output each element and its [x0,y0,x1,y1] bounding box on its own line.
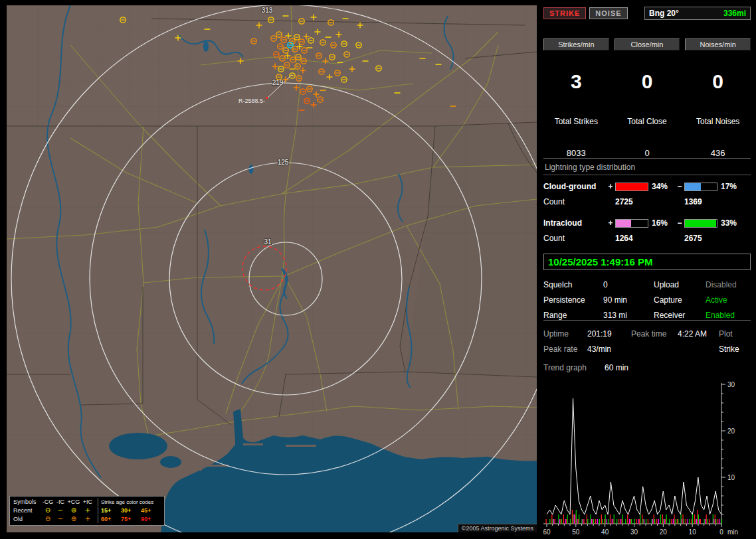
close-per-min-value: 0 [614,72,680,92]
legend-symbols-header: Symbols [13,499,41,505]
cg-plus-bar [615,183,648,191]
svg-text:50: 50 [572,528,580,536]
legend-col-pos-ic: +IC [81,499,94,505]
range-label: Range [543,311,603,320]
intracloud-row: Intracloud + 16% − 33% [543,218,751,228]
stats-grid: Uptime 201:19 Peak time 4:22 AM Plot Pea… [543,329,751,354]
svg-text:R-2588.5-: R-2588.5- [238,98,265,104]
svg-text:0: 0 [719,528,723,536]
age-30: 30+ [121,507,141,514]
svg-text:min: min [727,528,738,536]
legend-divider [98,498,98,506]
noise-toggle-button[interactable]: NOISE [589,7,627,19]
recent-pos-cg-icon: ⊕ [66,507,81,514]
ic-minus-bar [684,219,717,228]
legend-age-header: Strike age color codes [101,499,161,505]
old-neg-cg-icon: ⊖ [41,516,54,522]
top-toolbar: STRIKE NOISE Bng 20° 336mi [543,7,751,20]
legend-divider [98,515,98,523]
old-pos-ic-icon: + [81,516,94,522]
trend-graph-label: Trend graph [543,363,605,372]
old-neg-ic-icon: − [54,516,66,522]
persistence-value: 90 min [603,295,654,305]
count-label: Count [543,197,606,206]
age-60: 60+ [101,516,121,522]
ic-minus-count: 2675 [684,234,717,243]
total-close-label: Total Close [614,117,680,126]
uptime-label: Uptime [543,329,587,339]
upload-label: Upload [654,280,706,289]
strikes-per-min-value: 3 [543,72,609,92]
count-label: Count [543,234,606,243]
svg-text:10: 10 [689,528,697,536]
settings-grid: Squelch 0 Upload Disabled Persistence 90… [543,280,751,320]
rate-values-row: 3 0 0 [543,69,751,92]
cg-plus-percent: 34% [648,182,675,191]
copyright-notice: ©2005 Astrogenic Systems [458,524,537,532]
total-close-value: 0 [614,148,680,158]
total-noises-value: 436 [685,148,751,158]
peak-rate-value: 43/min [587,345,631,354]
intracloud-label: Intracloud [543,218,606,228]
trend-graph-chart: 1020306050403020100min [543,379,748,539]
noises-per-min-button[interactable]: Noises/min [685,38,751,50]
svg-text:60: 60 [543,528,551,536]
minus-sign: − [675,218,684,228]
capture-label: Capture [654,295,706,305]
intracloud-count-row: Count 1264 2675 [543,234,751,243]
svg-text:20: 20 [727,427,735,435]
plus-sign: + [606,218,615,228]
lightning-map[interactable]: 31125219313 R-2588.5- [7,5,537,532]
totals-values-row: 8033 0 436 [543,145,751,158]
cg-plus-count: 2725 [615,197,648,206]
cloud-ground-row: Cloud-ground + 34% − 17% [543,182,751,191]
datetime-display: 10/25/2025 1:49:16 PM [543,254,751,270]
strikes-per-min-button[interactable]: Strikes/min [543,38,609,50]
legend-row-old: Old [13,516,41,522]
legend-divider [98,506,98,514]
old-pos-cg-icon: ⊕ [66,516,81,522]
rate-labels-row: Strikes/min Close/min Noises/min [543,38,751,50]
ic-plus-percent: 16% [648,218,675,228]
svg-text:10: 10 [727,474,735,481]
totals-labels-row: Total Strikes Total Close Total Noises [543,110,751,126]
receiver-status: Enabled [706,311,751,320]
recent-pos-ic-icon: + [81,507,94,514]
separator [543,175,751,175]
bearing-range-value: 336mi [723,9,746,18]
total-strikes-value: 8033 [543,148,609,158]
minus-sign: − [675,182,684,191]
sidebar: STRIKE NOISE Bng 20° 336mi Strikes/min C… [543,7,751,539]
strike-toggle-button[interactable]: STRIKE [543,7,586,19]
cg-minus-percent: 17% [717,182,741,191]
legend-col-pos-cg: +CG [66,499,81,505]
map-panel: 31125219313 R-2588.5- Symbols -CG -IC +C… [7,5,537,532]
plus-sign: + [606,182,615,191]
plot-value: Strike [719,345,751,354]
close-per-min-button[interactable]: Close/min [614,38,680,50]
uptime-value: 201:19 [587,329,631,339]
age-15: 15+ [101,507,121,514]
squelch-label: Squelch [543,280,603,289]
upload-status: Disabled [706,280,751,289]
distribution-title: Lightning type distribution [545,163,751,172]
peak-time-label: Peak time [631,329,678,339]
plot-label: Plot [719,329,751,339]
ic-minus-percent: 33% [717,218,741,228]
peak-rate-label: Peak rate [543,345,587,354]
separator [543,320,751,321]
map-legend: Symbols -CG -IC +CG +IC Strike age color… [9,496,165,526]
capture-status: Active [706,295,751,305]
svg-text:125: 125 [278,159,289,166]
trend-graph-header: Trend graph 60 min [543,363,751,372]
svg-text:31: 31 [264,238,272,246]
noises-per-min-value: 0 [685,72,751,92]
svg-text:313: 313 [262,7,273,14]
total-strikes-label: Total Strikes [543,117,609,126]
recent-neg-cg-icon: ⊖ [41,507,54,514]
cg-minus-count: 1369 [684,197,717,206]
cloud-ground-count-row: Count 2725 1369 [543,197,751,206]
svg-text:30: 30 [630,528,638,536]
trend-window-value: 60 min [605,363,751,372]
bearing-range-box: Bng 20° 336mi [644,7,751,20]
